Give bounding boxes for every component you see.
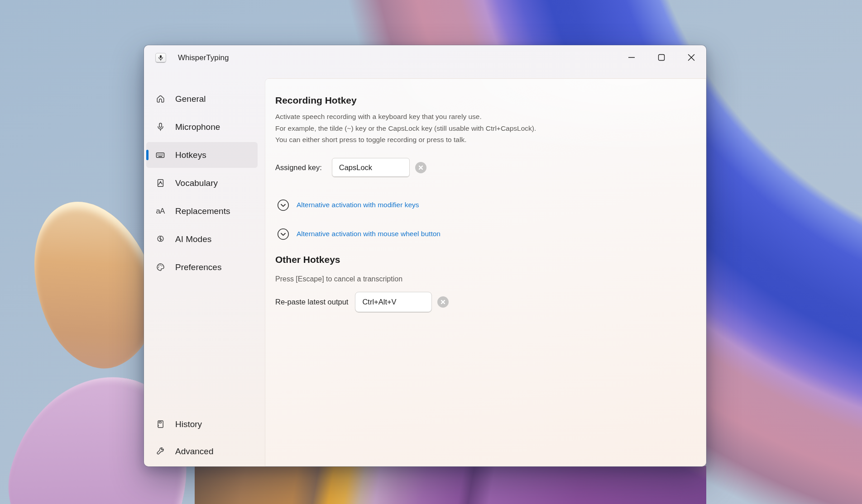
sidebar-item-vocabulary[interactable]: Vocabulary [146, 170, 258, 196]
recording-hotkey-description: Activate speech recording with a keyboar… [275, 111, 692, 146]
sidebar-item-microphone[interactable]: Microphone [146, 114, 258, 140]
assigned-key-input[interactable] [332, 158, 410, 177]
expander-label: Alternative activation with mouse wheel … [297, 230, 441, 238]
repaste-hotkey-input[interactable] [355, 292, 432, 313]
maximize-icon [658, 54, 665, 61]
sidebar-item-label: Preferences [175, 262, 221, 272]
other-hotkeys-heading: Other Hotkeys [275, 254, 692, 265]
sidebar-item-hotkeys[interactable]: Hotkeys [146, 142, 258, 168]
expander-label: Alternative activation with modifier key… [297, 201, 419, 209]
text-replace-icon: aA [155, 206, 165, 216]
description-line: You can either short press to toggle rec… [275, 134, 692, 146]
clear-repaste-hotkey-button[interactable] [437, 296, 449, 308]
wrench-icon [155, 447, 165, 456]
sidebar-item-label: Hotkeys [175, 150, 206, 160]
sidebar-spacer [144, 282, 265, 411]
app-icon [155, 53, 166, 63]
sidebar-item-preferences[interactable]: Preferences [146, 254, 258, 280]
repaste-row: Re-paste latest output [275, 292, 692, 313]
sidebar-item-label: Vocabulary [175, 178, 218, 188]
sidebar: General Microphone Hotkeys Vocabulary aA [144, 71, 265, 466]
history-book-icon [155, 419, 165, 429]
assigned-key-row: Assigned key: [275, 158, 692, 177]
escape-hint-text: Press [Escape] to cancel a transcription [275, 275, 692, 283]
recording-hotkey-heading: Recording Hotkey [275, 95, 692, 106]
microphone-icon [155, 122, 165, 132]
sidebar-item-label: General [175, 94, 206, 104]
window-controls [621, 49, 702, 66]
window-title: WhisperTyping [178, 53, 229, 62]
close-icon [688, 54, 695, 61]
minimize-icon [628, 54, 635, 61]
chevron-down-circle-icon [277, 228, 289, 240]
sidebar-item-replacements[interactable]: aA Replacements [146, 198, 258, 224]
sidebar-item-label: Advanced [175, 447, 214, 456]
sidebar-item-ai-modes[interactable]: AI Modes [146, 226, 258, 252]
clear-x-icon [419, 166, 423, 170]
sidebar-item-label: Microphone [175, 122, 220, 132]
assigned-key-label: Assigned key: [275, 163, 322, 172]
maximize-button[interactable] [651, 49, 672, 66]
close-button[interactable] [681, 49, 702, 66]
sidebar-item-label: AI Modes [175, 234, 211, 244]
sidebar-item-label: Replacements [175, 206, 230, 216]
keyboard-icon [155, 150, 165, 160]
expander-modifier-keys[interactable]: Alternative activation with modifier key… [277, 199, 419, 211]
sidebar-item-advanced[interactable]: Advanced [146, 438, 258, 464]
titlebar[interactable]: WhisperTyping [144, 45, 706, 71]
chevron-down-circle-icon [277, 199, 289, 211]
sidebar-item-history[interactable]: History [146, 411, 258, 437]
clear-x-icon [441, 300, 445, 304]
palette-icon [155, 262, 165, 272]
repaste-label: Re-paste latest output [275, 298, 348, 306]
brain-icon [155, 234, 165, 244]
microphone-icon [158, 55, 163, 61]
clear-assigned-key-button[interactable] [415, 162, 426, 173]
home-icon [155, 94, 165, 104]
description-line: Activate speech recording with a keyboar… [275, 111, 692, 123]
expander-mouse-wheel[interactable]: Alternative activation with mouse wheel … [277, 228, 441, 240]
settings-content-panel: Recording Hotkey Activate speech recordi… [265, 78, 706, 466]
description-line: For example, the tilde (~) key or the Ca… [275, 123, 692, 134]
app-window: WhisperTyping General Microphone [144, 45, 706, 466]
sidebar-item-general[interactable]: General [146, 86, 258, 112]
sidebar-item-label: History [175, 419, 202, 429]
vocabulary-book-icon [155, 178, 165, 188]
minimize-button[interactable] [621, 49, 642, 66]
